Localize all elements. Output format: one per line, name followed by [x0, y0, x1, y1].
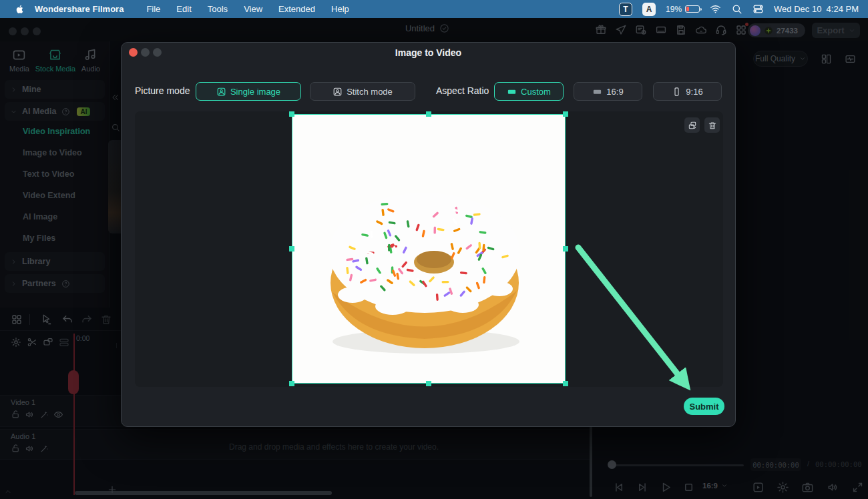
seek-slider-handle[interactable] — [608, 460, 616, 469]
menu-tools[interactable]: Tools — [208, 4, 228, 14]
render-preview-icon[interactable] — [752, 481, 765, 494]
playback-quality-dropdown[interactable]: Full Quality — [753, 51, 808, 67]
selection-handle-sw[interactable] — [289, 381, 294, 386]
wifi-icon[interactable] — [710, 3, 721, 15]
enhance-track-icon[interactable] — [39, 444, 49, 454]
mute-track-icon[interactable] — [25, 410, 35, 420]
tab-stock-media[interactable]: Stock Media — [35, 48, 76, 73]
selection-handle-nw[interactable] — [289, 111, 294, 117]
group-mine-label: Mine — [22, 85, 41, 94]
save-icon[interactable] — [675, 24, 687, 36]
window-minimize-button[interactable] — [21, 27, 29, 35]
scopes-icon[interactable] — [845, 53, 856, 65]
selection-handle-e[interactable] — [563, 246, 568, 252]
menu-app-name[interactable]: Wondershare Filmora — [35, 4, 124, 14]
sidebar-group-ai-media[interactable]: AI Media AI — [5, 102, 105, 121]
menu-view[interactable]: View — [244, 4, 262, 14]
delete-icon[interactable] — [100, 314, 112, 326]
sidebar-group-library[interactable]: Library — [5, 252, 105, 271]
playhead-line[interactable] — [73, 334, 75, 495]
detach-audio-icon[interactable] — [59, 337, 69, 348]
spotlight-search-icon[interactable] — [731, 3, 742, 15]
timeline-settings-icon[interactable] — [11, 337, 21, 348]
snapshot-camera-icon[interactable] — [801, 481, 814, 494]
stitch-mode-button[interactable]: Stitch mode — [310, 82, 415, 101]
input-source-a-badge[interactable]: A — [642, 3, 656, 16]
sidebar-item-video-extend[interactable]: Video Extend — [0, 185, 110, 206]
collapse-panel-icon[interactable] — [111, 93, 120, 102]
stock-thumbnail[interactable] — [108, 140, 121, 233]
input-source-t-badge[interactable]: T — [619, 3, 632, 16]
mute-track-icon[interactable] — [25, 444, 35, 454]
apple-logo-icon[interactable] — [15, 4, 25, 15]
lock-track-icon[interactable] — [11, 410, 21, 420]
media-library-grid-icon[interactable] — [11, 314, 23, 326]
touchbar-icon[interactable] — [655, 24, 667, 36]
split-scissors-icon[interactable] — [27, 337, 37, 348]
help-icon[interactable] — [61, 280, 70, 288]
sidebar-group-mine[interactable]: Mine — [5, 80, 105, 99]
saved-check-icon — [439, 23, 449, 33]
panel-search-icon[interactable] — [111, 123, 120, 132]
seek-slider[interactable] — [612, 464, 744, 466]
selection-handle-s[interactable] — [426, 381, 431, 386]
selection-handle-se[interactable] — [563, 381, 568, 386]
hide-track-icon[interactable] — [53, 410, 63, 420]
next-frame-icon[interactable] — [636, 481, 649, 494]
cloud-sync-icon[interactable] — [695, 24, 707, 36]
menu-edit[interactable]: Edit — [176, 4, 191, 14]
menu-extended[interactable]: Extended — [278, 4, 315, 14]
help-icon[interactable] — [61, 107, 70, 116]
gift-icon[interactable] — [595, 24, 607, 36]
previous-frame-icon[interactable] — [612, 481, 625, 494]
account-credits-pill[interactable]: 27433 — [748, 23, 805, 37]
delete-image-button[interactable] — [704, 117, 720, 133]
share-send-icon[interactable] — [615, 24, 627, 36]
aspect-169-button[interactable]: 16:9 — [574, 82, 642, 101]
tab-audio[interactable]: Audio — [81, 48, 100, 73]
menu-file[interactable]: File — [146, 4, 160, 14]
single-image-button[interactable]: Single image — [196, 82, 301, 101]
tab-media[interactable]: Media — [9, 48, 29, 73]
undo-icon[interactable] — [61, 314, 73, 326]
aspect-916-button[interactable]: 9:16 — [653, 82, 722, 101]
window-close-button[interactable] — [9, 27, 17, 35]
sidebar-item-video-inspiration[interactable]: Video Inspiration — [0, 121, 110, 142]
expand-timeline-icon[interactable] — [4, 488, 12, 496]
redo-icon[interactable] — [81, 314, 93, 326]
apps-grid-icon[interactable] — [735, 24, 747, 36]
speaker-icon[interactable] — [827, 481, 839, 494]
preview-ratio-dropdown[interactable]: 16:9 — [702, 482, 728, 490]
stop-icon[interactable] — [682, 481, 695, 494]
crop-pip-icon[interactable] — [43, 337, 53, 348]
battery-status[interactable]: 19% — [666, 5, 700, 14]
window-zoom-button[interactable] — [33, 27, 41, 35]
aspect-custom-button[interactable]: Custom — [494, 82, 564, 101]
fullscreen-icon[interactable] — [851, 481, 864, 494]
sidebar-item-image-to-video[interactable]: Image to Video — [0, 142, 110, 163]
sidebar-item-ai-image[interactable]: AI Image — [0, 206, 110, 227]
playhead-grip[interactable] — [68, 370, 79, 394]
selection-handle-w[interactable] — [289, 246, 294, 252]
layout-grid-icon[interactable] — [821, 53, 832, 65]
sidebar-item-text-to-video[interactable]: Text to Video — [0, 163, 110, 185]
task-list-icon[interactable] — [635, 24, 647, 36]
add-track-icon[interactable] — [107, 484, 118, 495]
sidebar-item-my-files[interactable]: My Files — [0, 227, 110, 249]
replace-image-button[interactable] — [684, 117, 700, 133]
export-button[interactable]: Export — [812, 23, 860, 38]
menu-help[interactable]: Help — [331, 4, 349, 14]
control-center-icon[interactable] — [752, 3, 764, 15]
support-headset-icon[interactable] — [715, 24, 727, 36]
selection-handle-n[interactable] — [426, 111, 431, 117]
sidebar-group-partners[interactable]: Partners — [5, 274, 105, 293]
lock-track-icon[interactable] — [11, 444, 21, 454]
menu-clock[interactable]: Wed Dec 10 4:24 PM — [774, 4, 859, 14]
selection-handle-ne[interactable] — [563, 111, 568, 117]
enhance-track-icon[interactable] — [39, 410, 49, 420]
submit-button[interactable]: Submit — [684, 398, 724, 415]
playback-settings-icon[interactable] — [777, 481, 789, 494]
play-icon[interactable] — [660, 481, 672, 494]
select-tool-icon[interactable] — [40, 314, 52, 326]
uploaded-image-selection[interactable] — [292, 115, 565, 383]
